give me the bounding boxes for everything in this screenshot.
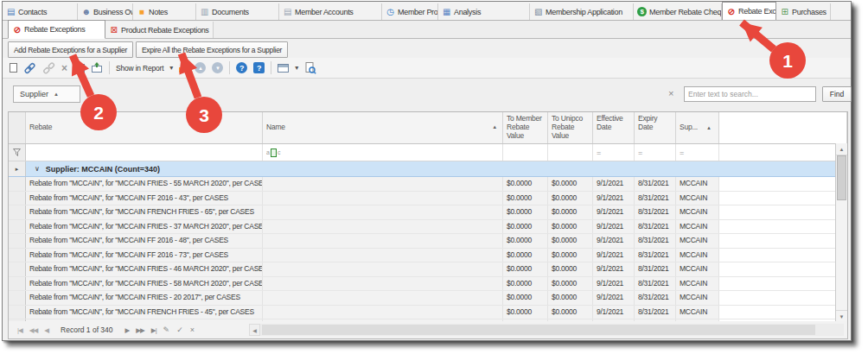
column-header-to-unipco-rebate-value[interactable]: To Unipco Rebate Value <box>548 112 593 143</box>
expiry-date-cell: 8/31/2021 <box>635 205 676 219</box>
show-in-report-button[interactable]: Show in Report <box>116 64 163 73</box>
sort-asc-icon: ▲ <box>54 92 59 97</box>
tab-contacts[interactable]: ▤ Contacts <box>3 3 78 20</box>
chevron-down-icon[interactable]: ▾ <box>169 65 173 72</box>
to-member-rebate-value-cell: $0.0000 <box>503 306 548 319</box>
prev-record-button[interactable]: ◀ <box>44 326 48 334</box>
subtab-rebate-exceptions[interactable]: ⊘ Rebate Exceptions <box>8 20 105 39</box>
focused-row-arrow-icon: ▸ <box>16 166 19 173</box>
vertical-scrollbar[interactable]: ▲ ▼ <box>835 143 847 322</box>
filter-cell-effective[interactable]: = <box>593 144 635 161</box>
tab-notes[interactable]: ■ Notes <box>133 3 196 20</box>
new-record-icon[interactable] <box>10 61 17 75</box>
column-header-rebate[interactable]: Rebate <box>26 112 263 143</box>
table-row[interactable]: Rebate from "MCCAIN", for "MCCAIN FRIES … <box>9 220 847 235</box>
filter-cell-to-unipco[interactable] <box>548 144 593 161</box>
horizontal-scrollbar[interactable]: ◀ <box>249 324 844 336</box>
tab-member-program-histories[interactable]: ◷ Member Program Histories <box>382 3 438 20</box>
next-record-button[interactable]: ▶ <box>125 326 130 334</box>
layout-window-icon[interactable] <box>278 61 289 75</box>
supplier-cell: MCCAIN <box>676 205 719 219</box>
vertical-scrollbar-thumb[interactable] <box>837 155 846 200</box>
table-row[interactable]: Rebate from "MCCAIN", for "MCCAIN FF 201… <box>9 249 847 263</box>
help-box-icon[interactable]: ? <box>253 62 265 73</box>
tab-icon: ■ <box>137 7 146 16</box>
tab-member-accounts[interactable]: ▤ Member Accounts <box>279 3 382 20</box>
scroll-left-icon[interactable]: ◀ <box>249 324 260 336</box>
expiry-date-cell: 8/31/2021 <box>635 220 676 234</box>
clear-search-icon[interactable]: × <box>668 88 673 98</box>
horizontal-scrollbar-thumb[interactable] <box>262 325 815 335</box>
prev-page-button[interactable]: ◀◀ <box>29 326 38 334</box>
group-by-panel: Supplier ▲ × Find <box>3 79 851 111</box>
move-down-icon[interactable]: ▼ <box>212 62 223 73</box>
column-header-effective-date[interactable]: Effective Date <box>593 112 635 143</box>
move-up-icon[interactable]: ▲ <box>195 62 206 73</box>
filter-cell-to-member[interactable] <box>503 144 548 161</box>
delete-icon[interactable]: × <box>61 61 67 75</box>
table-row[interactable]: Rebate from "MCCAIN", for "MCCAIN FF 201… <box>9 234 847 249</box>
table-row[interactable]: Rebate from "MCCAIN", for "MCCAIN FRIES … <box>9 277 847 292</box>
filter-cell-name[interactable]: ac <box>263 144 503 161</box>
print-preview-icon[interactable] <box>304 61 316 75</box>
show-panel-icon[interactable] <box>73 61 85 75</box>
search-input[interactable] <box>684 86 816 102</box>
tab-purchases[interactable]: ⊞ Purchases <box>776 3 831 20</box>
filter-cell-rebate[interactable] <box>26 144 263 161</box>
tab-icon: ⊠ <box>109 25 118 35</box>
help-circle-icon[interactable]: ? <box>236 62 247 73</box>
unlink-icon[interactable] <box>42 61 55 75</box>
tab-icon: ⊘ <box>726 7 736 16</box>
column-label: Name <box>266 123 285 132</box>
table-row[interactable]: Rebate from "MCCAIN", for "MCCAIN FRIES … <box>9 291 847 306</box>
table-row[interactable]: Rebate from "MCCAIN", for "MCCAIN FF 201… <box>9 192 847 206</box>
tab-member-rebate-cheques[interactable]: $ Member Rebate Cheques <box>634 3 722 20</box>
collapse-chevron-icon[interactable]: ∨ <box>35 165 40 173</box>
supplier-cell: MCCAIN <box>676 306 719 319</box>
link-icon[interactable] <box>23 61 36 75</box>
report-chart-icon[interactable] <box>179 63 188 73</box>
expire-rebate-exceptions-button[interactable]: Expire All the Rebate Exceptions for a S… <box>136 41 288 58</box>
group-by-supplier-chip[interactable]: Supplier ▲ <box>13 85 80 103</box>
add-rebate-exceptions-button[interactable]: Add Rebate Exceptions for a Supplier <box>8 41 133 58</box>
expiry-date-cell: 8/31/2021 <box>635 306 676 319</box>
subtab-product-rebate-exceptions[interactable]: ⊠ Product Rebate Exceptions <box>105 22 214 38</box>
effective-date-cell: 9/1/2021 <box>593 291 635 305</box>
main-tab-bar: ▤ Contacts ☻ Business Owners ■ Notes ▥ D… <box>3 2 851 21</box>
chevron-down-icon[interactable]: ▾ <box>295 65 298 72</box>
to-unipco-rebate-value-cell: $0.0000 <box>548 192 593 205</box>
sub-tab-bar: ⊘ Rebate Exceptions ⊠ Product Rebate Exc… <box>3 21 851 39</box>
edit-record-button[interactable]: ✎ <box>163 326 170 334</box>
group-row-supplier-mccain[interactable]: ▸ ∨ Supplier: MCCAIN (Count=340) <box>9 161 847 177</box>
to-unipco-rebate-value-cell: $0.0000 <box>548 177 593 191</box>
filter-cell-supplier[interactable]: = <box>676 144 719 161</box>
column-header-expiry-date[interactable]: Expiry Date <box>635 112 676 143</box>
next-page-button[interactable]: ▶▶ <box>136 326 144 334</box>
table-row[interactable]: Rebate from "MCCAIN", for "MCCAIN FRIES … <box>9 262 847 277</box>
horizontal-scrollbar-track[interactable] <box>260 324 844 336</box>
tab-label: Business Owners <box>93 8 133 16</box>
export-window-icon[interactable] <box>91 61 103 75</box>
table-row[interactable]: Rebate from "MCCAIN", for "MCCAIN FRENCH… <box>9 306 847 320</box>
first-record-button[interactable]: |◀ <box>17 326 22 334</box>
filter-cell-expiry[interactable]: = <box>635 144 676 161</box>
sort-asc-icon: ▲ <box>492 124 497 130</box>
table-row[interactable]: Rebate from "MCCAIN", for "MCCAIN FRIES … <box>9 177 847 192</box>
column-header-supplier[interactable]: Sup... ▲ <box>676 112 719 143</box>
last-record-button[interactable]: ▶| <box>151 326 156 334</box>
empty-cell <box>719 291 847 305</box>
column-header-to-member-rebate-value[interactable]: To Member Rebate Value <box>503 112 548 143</box>
cancel-edit-button[interactable]: × <box>190 326 195 334</box>
scroll-up-icon[interactable]: ▲ <box>836 143 847 155</box>
table-row[interactable]: Rebate from "MCCAIN", for "MCCAIN FRENCH… <box>9 205 847 220</box>
name-cell <box>263 177 503 191</box>
tab-rebate-exceptions[interactable]: ⊘ Rebate Exceptions <box>722 2 776 21</box>
scroll-down-icon[interactable]: ▼ <box>836 310 847 322</box>
tab-documents[interactable]: ▥ Documents <box>196 3 279 20</box>
post-edit-button[interactable]: ✓ <box>176 326 183 334</box>
tab-analysis[interactable]: ▦ Analysis <box>438 3 530 20</box>
find-button[interactable]: Find <box>822 86 852 102</box>
column-header-name[interactable]: Name ▲ <box>263 112 503 143</box>
tab-membership-application[interactable]: ▧ Membership Application <box>530 3 634 20</box>
tab-business-owners[interactable]: ☻ Business Owners <box>78 3 133 20</box>
